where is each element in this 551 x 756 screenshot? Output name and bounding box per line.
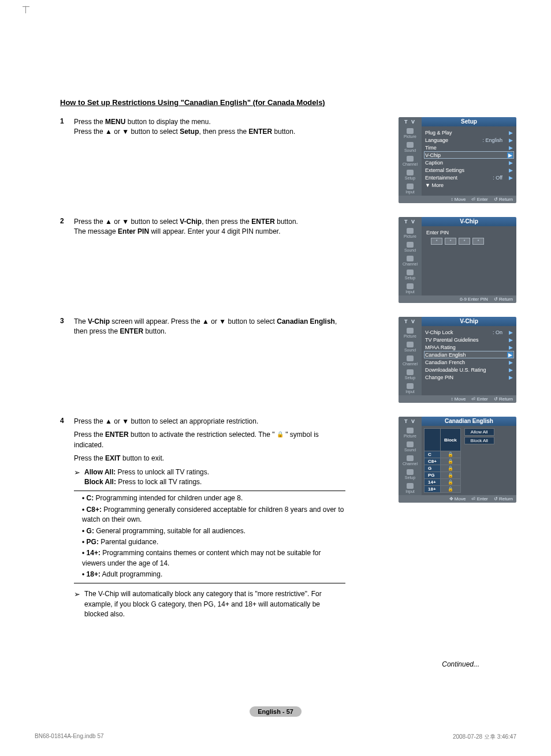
osd-tv-label: T V xyxy=(399,217,422,226)
picture-icon xyxy=(407,428,414,433)
input-icon xyxy=(407,383,414,389)
hint-return: ↺ Return xyxy=(494,197,513,202)
label: External Settings xyxy=(425,167,507,173)
side-input[interactable]: Input xyxy=(399,481,422,495)
pin-digit[interactable]: * xyxy=(459,238,470,245)
side-channel[interactable]: Channel xyxy=(399,154,422,168)
label: Move xyxy=(455,496,466,501)
row-change-pin[interactable]: Change PIN▶ xyxy=(425,373,513,381)
side-sound[interactable]: Sound xyxy=(399,340,422,354)
label: Setup xyxy=(405,276,415,280)
step-2: 2 Press the ▲ or ▼ button to select V-Ch… xyxy=(60,217,516,303)
table-row[interactable]: C🔒 xyxy=(425,451,461,458)
rating-label: PG xyxy=(425,472,441,479)
side-sound[interactable]: Sound xyxy=(399,240,422,254)
pin-digit[interactable]: * xyxy=(431,238,442,245)
label: TV Parental Guidelines xyxy=(425,337,507,343)
allow-all-button[interactable]: Allow All xyxy=(464,428,494,436)
side-channel[interactable]: Channel xyxy=(399,454,422,467)
footer-right: 2008-07-28 오후 3:46:47 xyxy=(453,733,516,741)
pin-digit[interactable]: * xyxy=(445,238,456,245)
label: Return xyxy=(499,496,513,501)
side-picture[interactable]: Picture xyxy=(399,426,422,440)
text: will appear. Enter your 4 digit PIN numb… xyxy=(149,227,280,235)
row-language[interactable]: Language: English▶ xyxy=(425,136,513,144)
section-heading: How to Set up Restrictions Using "Canadi… xyxy=(60,98,516,107)
row-caption[interactable]: Caption▶ xyxy=(425,159,513,166)
lock-cell[interactable]: 🔒 xyxy=(440,458,460,465)
value: : Off xyxy=(493,175,502,181)
chevron-right-icon: ▶ xyxy=(507,145,513,151)
rating-label: C xyxy=(425,451,441,458)
side-sound[interactable]: Sound xyxy=(399,140,422,154)
side-picture[interactable]: Picture xyxy=(399,126,422,140)
chevron-right-icon: ▶ xyxy=(507,137,513,143)
side-input[interactable]: Input xyxy=(399,381,422,395)
label: Caption xyxy=(425,160,507,166)
osd-main: Block C🔒 C8+🔒 G🔒 PG🔒 14+🔒 18+🔒 Allow All… xyxy=(422,426,516,495)
text: Programming generally considered accepta… xyxy=(82,506,344,523)
side-channel[interactable]: Channel xyxy=(399,254,422,268)
side-setup[interactable]: Setup xyxy=(399,467,422,481)
table-row[interactable]: 18+🔒 xyxy=(425,486,461,493)
side-sound[interactable]: Sound xyxy=(399,440,422,454)
pointer-icon: ➢ xyxy=(74,467,84,488)
input-icon xyxy=(407,483,414,489)
step-number: 1 xyxy=(60,117,74,125)
lock-cell[interactable]: 🔒 xyxy=(440,479,460,486)
def-18: 18+: Adult programming. xyxy=(82,570,345,579)
side-picture[interactable]: Picture xyxy=(399,326,422,340)
label: 14+: xyxy=(87,549,100,557)
side-input[interactable]: Input xyxy=(399,182,422,196)
lock-cell[interactable]: 🔒 xyxy=(440,472,460,479)
osd-tv-label: T V xyxy=(399,117,422,126)
def-14: 14+: Programming contains themes or cont… xyxy=(82,548,345,568)
channel-icon xyxy=(407,455,414,461)
enter-kw: ENTER xyxy=(105,431,129,439)
hint-move: ↕ Move xyxy=(451,396,466,402)
side-input[interactable]: Input xyxy=(399,282,422,295)
row-external-settings[interactable]: External Settings▶ xyxy=(425,166,513,174)
label: Canadian French xyxy=(425,360,507,365)
return-icon: ↺ xyxy=(494,197,498,202)
lock-cell[interactable]: 🔒 xyxy=(440,465,460,472)
osd-main: Plug & Play▶ Language: English▶ Time▶ V-… xyxy=(422,126,516,196)
lock-cell[interactable]: 🔒 xyxy=(440,486,460,493)
text: Press the xyxy=(74,431,105,439)
table-row[interactable]: PG🔒 xyxy=(425,472,461,479)
side-setup[interactable]: Setup xyxy=(399,368,422,381)
table-row[interactable]: C8+🔒 xyxy=(425,458,461,465)
side-setup[interactable]: Setup xyxy=(399,268,422,282)
row-entertainment[interactable]: Entertainment: Off▶ xyxy=(425,174,513,181)
table-row[interactable]: G🔒 xyxy=(425,465,461,472)
row-downloadable-us[interactable]: Downloadable U.S. Rating▶ xyxy=(425,366,513,373)
table-row[interactable]: 14+🔒 xyxy=(425,479,461,486)
osd-vchip-list: T V V-Chip Picture Sound Channel Setup I… xyxy=(399,317,516,403)
row-vchip[interactable]: V-Chip▶ xyxy=(425,151,513,159)
enter-pin-kw: Enter PIN xyxy=(118,227,149,235)
row-canadian-french[interactable]: Canadian French▶ xyxy=(425,358,513,366)
setup-icon xyxy=(407,270,414,275)
row-tv-parental[interactable]: TV Parental Guidelines▶ xyxy=(425,336,513,343)
row-canadian-english[interactable]: Canadian English▶ xyxy=(425,351,513,358)
step-number: 4 xyxy=(60,417,74,425)
osd-main: Enter PIN * * * * xyxy=(422,226,516,295)
side-picture[interactable]: Picture xyxy=(399,226,422,240)
label: Channel xyxy=(403,362,418,366)
side-channel[interactable]: Channel xyxy=(399,354,422,368)
text: button to activate the restriction selec… xyxy=(129,431,277,439)
pin-digit[interactable]: * xyxy=(472,238,484,245)
lock-cell[interactable]: 🔒 xyxy=(440,451,460,458)
block-all-button[interactable]: Block All xyxy=(464,437,494,444)
row-plug-play[interactable]: Plug & Play▶ xyxy=(425,129,513,136)
hint-enter-pin: 0-9 Enter PIN xyxy=(460,297,487,302)
row-more[interactable]: ▼ More xyxy=(425,181,513,189)
crop-mark xyxy=(25,6,33,13)
row-mpaa[interactable]: MPAA Rating▶ xyxy=(425,343,513,351)
row-time[interactable]: Time▶ xyxy=(425,144,513,151)
osd-title: V-Chip xyxy=(422,317,516,326)
row-vchip-lock[interactable]: V-Chip Lock: On▶ xyxy=(425,328,513,336)
hint-return: ↺ Return xyxy=(494,496,513,501)
pin-boxes: * * * * xyxy=(431,238,513,245)
side-setup[interactable]: Setup xyxy=(399,168,422,182)
